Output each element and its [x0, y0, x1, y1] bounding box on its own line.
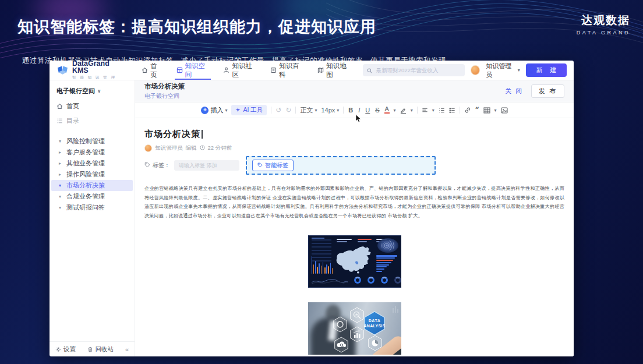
sidebar-footer: 设置 回收站 « — [50, 341, 135, 356]
bold-button[interactable]: B — [348, 107, 354, 114]
app-logo[interactable]: DataGrand KMS 智 能 知 识 管 理 — [56, 61, 125, 80]
tree-item-research-qa[interactable]: ▾测试研报问答 — [51, 202, 133, 213]
toolbar-separator — [295, 107, 296, 114]
sidebar-item-home[interactable]: 首页 — [50, 99, 135, 114]
user-menu[interactable]: 知识管理员 ▾ — [486, 62, 520, 79]
app-logo-name: DataGrand KMS — [72, 61, 125, 74]
undo-button[interactable]: ↺ — [275, 106, 281, 114]
china-map — [332, 245, 377, 278]
breadcrumb[interactable]: 电子银行空间 — [144, 92, 185, 100]
tree-item-compliance[interactable]: ▾合规业务管理 — [51, 191, 133, 202]
ai-tools-label: AI 工具 — [243, 106, 263, 114]
book-icon — [270, 67, 277, 73]
table-button[interactable] — [483, 107, 490, 114]
new-button[interactable]: 新 建 — [526, 63, 567, 77]
brand-name: 达观数据 — [577, 13, 630, 28]
toolbar-separator — [417, 107, 418, 114]
tree-item-label: 操作风险管理 — [66, 170, 105, 179]
nav-item-knowledge-wiki[interactable]: 知识百科 — [268, 61, 305, 80]
italic-button[interactable]: I — [358, 107, 361, 114]
smart-tag-button[interactable]: 智能标签 — [252, 160, 294, 171]
search-input[interactable] — [375, 66, 461, 74]
author-avatar — [144, 144, 152, 152]
ai-tools-button[interactable]: AI 工具 — [231, 105, 267, 115]
data-analysis-image[interactable]: DATA ANALYSIS — [308, 302, 401, 355]
highlight-pen-button[interactable] — [400, 107, 407, 114]
line-chart — [312, 277, 348, 285]
trash-label: 回收站 — [96, 345, 114, 354]
tag-icon — [257, 162, 263, 169]
workspace-selector[interactable]: 电子银行空间 ∨ — [50, 85, 135, 99]
insert-menu-button[interactable]: + 插入 ▾ — [201, 106, 227, 115]
plus-icon: + — [201, 107, 209, 114]
caret-down-icon: ▾ — [59, 194, 63, 199]
document-body-text[interactable]: 企业的营销战略决策只有建立在扎实的市场分析的基础上，只有在对影响需求的外部因素和… — [144, 184, 564, 220]
link-button[interactable] — [464, 107, 471, 114]
list-icon — [56, 118, 63, 124]
smart-tag-label: 智能标签 — [265, 161, 288, 169]
toolbar-separator — [271, 107, 271, 114]
doc-topbar-title: 市场分析决策 — [144, 82, 185, 91]
user-avatar[interactable] — [471, 65, 480, 75]
caret-right-icon: ▸ — [59, 150, 63, 155]
ordered-list-button[interactable] — [439, 107, 445, 114]
nav-item-knowledge-community[interactable]: 知识社区 — [221, 61, 258, 80]
trash-button[interactable]: 回收站 — [87, 345, 114, 354]
donut-charts — [354, 277, 401, 284]
strikethrough-button[interactable]: S — [375, 107, 380, 114]
app-header: DataGrand KMS 智 能 知 识 管 理 首页 知识空间 知识社区 — [50, 61, 574, 80]
cube-icon — [176, 67, 183, 73]
nav-item-knowledge-space[interactable]: 知识空间 — [175, 61, 211, 80]
close-button[interactable]: 关 闭 — [505, 87, 523, 96]
document-editor[interactable]: 市场分析决策 知识管理员 编辑 22 分钟前 标签： 请输入标签 添加 — [135, 118, 574, 356]
chevron-down-icon: ∨ — [97, 89, 101, 94]
app-logo-tagline: 智 能 知 识 管 理 — [72, 75, 125, 80]
horizontal-bar-chart — [376, 255, 398, 273]
tree-item-label: 市场分析决策 — [66, 181, 105, 190]
workspace-name: 电子银行空间 — [56, 87, 95, 96]
dashboard-image[interactable] — [308, 235, 401, 288]
nav-item-home[interactable]: 首页 — [140, 61, 164, 80]
align-button[interactable] — [422, 107, 428, 114]
tag-input[interactable]: 请输入标签 添加 — [174, 160, 239, 171]
data-analysis-text-line2: ANALYSIS — [363, 324, 385, 328]
presentation-slide: 知识智能标签：提高知识组织能力，促进知识应用 通过算法和机器学习技术自动为知识添… — [0, 0, 643, 364]
tree-item-label: 其他业务管理 — [66, 159, 105, 168]
redo-button[interactable]: ↻ — [285, 106, 291, 114]
sidebar: 电子银行空间 ∨ 首页 目录 ▾风险控制管理 ▸客户服务管理 ▸其他业务管理 ▸… — [50, 80, 135, 356]
nav-item-knowledge-map[interactable]: 知识地图 — [316, 61, 352, 80]
edited-label: 编辑 — [186, 144, 197, 152]
nav-label: 首页 — [150, 62, 162, 79]
tree-item-market-analysis[interactable]: ▾市场分析决策 — [51, 180, 133, 191]
tree-item-other-business[interactable]: ▸其他业务管理 — [51, 158, 133, 169]
tree-item-risk-control[interactable]: ▾风险控制管理 — [51, 136, 133, 147]
document-title[interactable]: 市场分析决策 — [144, 129, 564, 140]
chevron-down-icon: ▾ — [432, 108, 434, 113]
font-color-button[interactable]: A — [384, 107, 390, 114]
sidebar-item-label: 首页 — [66, 102, 79, 111]
global-search[interactable] — [363, 64, 465, 76]
knowledge-tree: ▾风险控制管理 ▸客户服务管理 ▸其他业务管理 ▸操作风险管理 ▾市场分析决策 … — [50, 136, 135, 213]
bar-chart — [312, 254, 333, 274]
sidebar-item-catalog[interactable]: 目录 — [50, 114, 135, 128]
book-logo-icon — [56, 65, 69, 76]
font-size-value: 14px — [321, 107, 335, 114]
font-size-select[interactable]: 14px ▾ — [321, 107, 339, 114]
collapse-sidebar-button[interactable]: « — [125, 346, 129, 353]
unordered-list-button[interactable] — [449, 107, 455, 114]
text-cursor — [202, 130, 203, 139]
quote-button[interactable]: “ — [475, 106, 479, 114]
hexagon-overlay: DATA ANALYSIS — [308, 302, 401, 355]
image-button[interactable] — [501, 107, 508, 114]
tree-item-operational-risk[interactable]: ▸操作风险管理 — [51, 169, 133, 180]
underline-button[interactable]: U — [365, 107, 370, 114]
publish-button[interactable]: 发 布 — [531, 84, 564, 98]
chevron-down-icon: ▾ — [225, 108, 227, 113]
pie-chart-icon — [372, 340, 378, 347]
settings-button[interactable]: 设置 — [55, 345, 76, 354]
tree-item-customer-service[interactable]: ▸客户服务管理 — [51, 147, 133, 158]
brand-logo: 达观数据 DATA GRAND — [577, 13, 630, 36]
tree-item-label: 客户服务管理 — [66, 148, 105, 157]
paragraph-style-select[interactable]: 正文 ▾ — [300, 106, 317, 115]
home-icon — [142, 67, 148, 73]
